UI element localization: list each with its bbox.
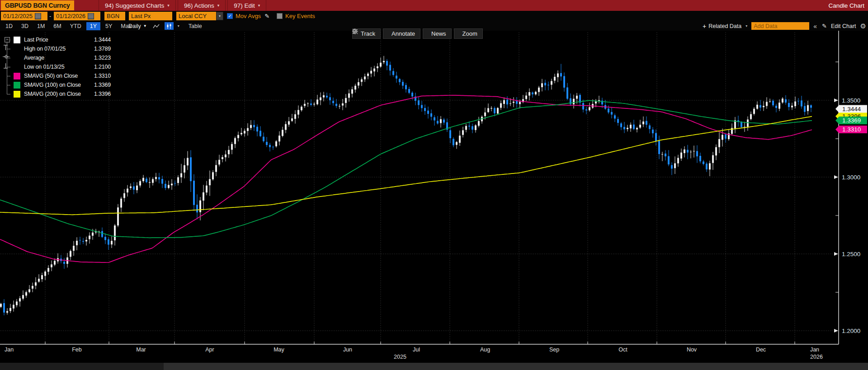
chart-type-label: Candle Chart bbox=[828, 0, 864, 11]
series-swatch bbox=[14, 73, 20, 80]
legend-item[interactable]: High on 07/01/251.3789 bbox=[3, 44, 111, 53]
start-date-field[interactable]: 01/12/2025 bbox=[1, 12, 47, 20]
menu-suggested-charts[interactable]: 94) Suggested Charts ▾ bbox=[99, 0, 176, 11]
button-label: Zoom bbox=[462, 30, 477, 37]
range-tab-1d[interactable]: 1D bbox=[2, 22, 16, 30]
currency-dropdown-button[interactable]: ▾ bbox=[216, 12, 223, 20]
legend-label: SMAVG (100) on Close bbox=[24, 82, 88, 88]
legend-item[interactable]: Low on 01/13/251.2100 bbox=[3, 62, 111, 71]
source-field[interactable]: BGN bbox=[104, 12, 125, 20]
end-date-value: 01/12/2026 bbox=[56, 13, 85, 19]
gear-icon[interactable]: ⚙ bbox=[860, 22, 866, 30]
related-data-button[interactable]: Related Data bbox=[708, 23, 741, 29]
legend-value: 1.3310 bbox=[88, 73, 111, 79]
legend-value: 1.2100 bbox=[88, 64, 111, 70]
mov-avgs-checkbox[interactable]: ✓ bbox=[227, 13, 233, 19]
legend-item[interactable]: Average1.3223 bbox=[3, 53, 111, 62]
settings-toolbar: 01/12/2025 - 01/12/2026 BGN Last Px Loca… bbox=[0, 11, 868, 21]
svg-text:Oct: Oct bbox=[618, 347, 627, 353]
legend-value: 1.3789 bbox=[88, 46, 111, 52]
line-chart-icon bbox=[153, 23, 160, 29]
candle-chart-button[interactable] bbox=[165, 22, 174, 30]
currency-value: Local CCY bbox=[179, 13, 207, 19]
key-events-checkbox[interactable] bbox=[277, 13, 283, 19]
price-chart[interactable]: 1.35001.30001.25001.20001.33961.33691.33… bbox=[0, 31, 868, 370]
check-icon: ✓ bbox=[228, 14, 231, 19]
low-marker-icon bbox=[14, 64, 20, 70]
line-chart-button[interactable] bbox=[151, 22, 162, 30]
range-tab-5y[interactable]: 5Y bbox=[102, 22, 116, 30]
currency-field[interactable]: Local CCY bbox=[176, 12, 216, 20]
legend-value: 1.3396 bbox=[88, 91, 111, 97]
button-label: News bbox=[431, 30, 446, 37]
svg-text:2026: 2026 bbox=[810, 354, 823, 360]
legend-value: 1.3444 bbox=[88, 37, 111, 43]
frequency-dropdown[interactable]: Daily ▼ bbox=[126, 22, 150, 30]
button-label: Annotate bbox=[392, 30, 415, 37]
range-tab-1y[interactable]: 1Y bbox=[86, 22, 100, 30]
svg-text:1.2500: 1.2500 bbox=[842, 251, 860, 258]
menu-label: 97) Edit bbox=[234, 2, 255, 9]
range-tab-ytd[interactable]: YTD bbox=[66, 22, 85, 30]
range-tabs: 1D3D1M6MYTD1Y5YMax bbox=[2, 21, 137, 31]
legend-item[interactable]: SMAVG (100) on Close1.3369 bbox=[3, 80, 111, 89]
chevron-down-icon: ▾ bbox=[217, 3, 220, 8]
menu-edit[interactable]: 97) Edit ▾ bbox=[227, 0, 266, 11]
menu-label: 94) Suggested Charts bbox=[105, 2, 164, 9]
svg-text:Nov: Nov bbox=[687, 347, 697, 353]
legend-item[interactable]: SMAVG (200) on Close1.3396 bbox=[3, 89, 111, 98]
legend-item[interactable]: Last Price1.3444 bbox=[3, 35, 111, 44]
calendar-icon[interactable] bbox=[88, 13, 94, 19]
svg-text:1.3369: 1.3369 bbox=[842, 117, 861, 124]
edit-chart-button[interactable]: Edit Chart bbox=[831, 23, 856, 29]
start-date-value: 01/12/2025 bbox=[3, 13, 33, 19]
svg-text:1.3000: 1.3000 bbox=[842, 174, 860, 181]
menu-actions[interactable]: 96) Actions ▾ bbox=[178, 0, 226, 11]
candlestick-plot[interactable]: 1.35001.30001.25001.20001.33961.33691.33… bbox=[0, 31, 868, 370]
series-swatch bbox=[14, 37, 20, 43]
edit-pencil-icon: ✎ bbox=[822, 23, 827, 29]
mov-avgs-toggle[interactable]: ✓ Mov Avgs ✎ bbox=[227, 13, 269, 19]
pencil-icon[interactable]: ✎ bbox=[264, 13, 269, 19]
average-marker-icon bbox=[14, 55, 20, 61]
legend-label: SMAVG (50) on Close bbox=[24, 73, 88, 79]
svg-text:2025: 2025 bbox=[394, 354, 406, 360]
series-swatch bbox=[14, 82, 20, 89]
price-field[interactable]: Last Px bbox=[129, 12, 172, 20]
add-data-input[interactable]: Add Data bbox=[751, 22, 809, 30]
key-events-toggle[interactable]: Key Events bbox=[277, 13, 315, 19]
chevron-down-icon: ▾ bbox=[167, 3, 170, 8]
legend-value: 1.3223 bbox=[88, 55, 111, 61]
zoom-button[interactable]: Zoom bbox=[454, 28, 483, 39]
date-range-dash: - bbox=[49, 13, 51, 19]
frequency-value: Daily bbox=[128, 23, 141, 29]
security-field[interactable]: GBPUSD BGN Curncy bbox=[1, 0, 74, 10]
end-date-field[interactable]: 01/12/2026 bbox=[54, 12, 100, 20]
chart-tool-buttons: TrackAnnotateNewsZoom bbox=[352, 28, 483, 39]
button-label: Track bbox=[361, 30, 375, 37]
price-field-value: Last Px bbox=[131, 13, 151, 19]
range-tab-1m[interactable]: 1M bbox=[33, 22, 48, 30]
range-tab-3d[interactable]: 3D bbox=[18, 22, 32, 30]
collapse-panel-button[interactable]: « bbox=[813, 23, 817, 30]
candle-chart-icon bbox=[166, 23, 172, 29]
table-button[interactable]: Table bbox=[189, 23, 202, 29]
frequency-group: Daily ▼ ▾ Table bbox=[126, 21, 202, 31]
legend-collapse-icon[interactable]: − bbox=[5, 37, 10, 42]
svg-text:Sep: Sep bbox=[549, 347, 559, 353]
legend-item[interactable]: SMAVG (50) on Close1.3310 bbox=[3, 71, 111, 80]
calendar-icon[interactable] bbox=[35, 13, 41, 19]
svg-text:Dec: Dec bbox=[756, 347, 766, 353]
chevron-down-icon: ▾ bbox=[745, 24, 747, 28]
bloomberg-candle-chart-window: { "titlebar": { "security": "GBPUSD BGN … bbox=[0, 0, 868, 370]
plus-icon: + bbox=[703, 23, 706, 30]
chart-legend: − Last Price1.3444High on 07/01/251.3789… bbox=[3, 35, 111, 98]
annotate-button[interactable]: Annotate bbox=[383, 28, 420, 39]
svg-text:Aug: Aug bbox=[480, 347, 490, 353]
svg-text:Mar: Mar bbox=[136, 347, 146, 353]
chart-style-dropdown[interactable]: ▾ bbox=[178, 24, 179, 28]
legend-label: Last Price bbox=[24, 37, 88, 43]
range-tab-6m[interactable]: 6M bbox=[50, 22, 65, 30]
source-value: BGN bbox=[107, 13, 119, 19]
news-button[interactable]: News bbox=[423, 28, 452, 39]
